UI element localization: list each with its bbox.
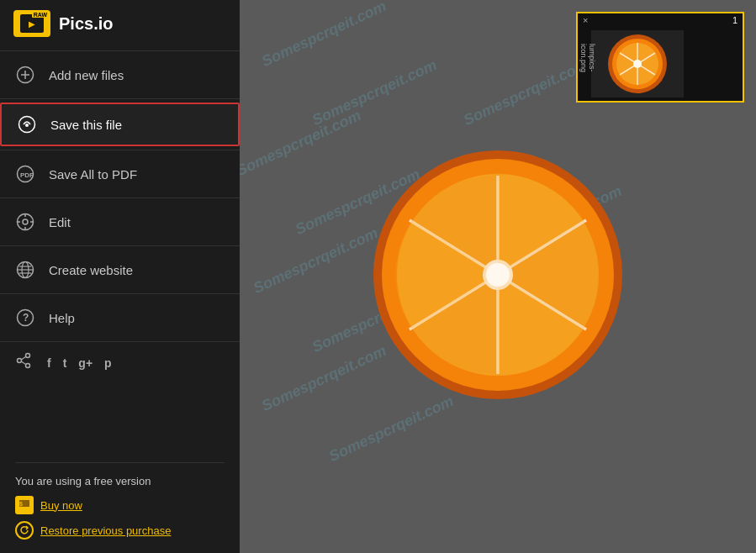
tumblr-icon[interactable]: t <box>63 356 67 370</box>
thumbnail-close-button[interactable]: × <box>583 15 588 25</box>
nav-item-add-new-files[interactable]: Add new files <box>0 55 240 95</box>
thumbnail-panel: × 1 lumpics-icon.png <box>576 12 744 103</box>
svg-line-23 <box>21 356 26 360</box>
thumbnail-svg <box>591 30 684 97</box>
app-layout: RAW Pics.io Add new files <box>0 0 756 553</box>
pdf-icon: PDF <box>15 164 35 184</box>
sidebar: RAW Pics.io Add new files <box>0 0 240 553</box>
facebook-icon[interactable]: f <box>47 356 51 370</box>
thumbnail-count: 1 <box>732 15 737 25</box>
googleplus-icon[interactable]: g+ <box>78 356 93 370</box>
orange-illustration <box>372 149 624 404</box>
nav-label-save-all-pdf: Save All to PDF <box>49 167 137 182</box>
svg-point-8 <box>23 219 28 224</box>
svg-text:?: ? <box>23 312 29 324</box>
nav-item-save-this-file[interactable]: Save this file <box>0 103 240 146</box>
nav-label-save-this-file: Save this file <box>50 118 122 132</box>
nav-item-create-website[interactable]: Create website <box>0 250 240 290</box>
nav-label-add-new-files: Add new files <box>49 68 124 82</box>
pinterest-icon[interactable]: p <box>104 356 112 370</box>
app-name: Pics.io <box>59 14 113 34</box>
plus-circle-icon <box>15 65 35 85</box>
nav-label-edit: Edit <box>49 215 71 229</box>
nav-divider-1 <box>0 98 240 99</box>
globe-icon <box>15 260 35 280</box>
nav-divider-top <box>0 50 240 51</box>
svg-point-38 <box>486 263 510 287</box>
svg-text:$: $ <box>19 501 23 508</box>
nav-divider-5 <box>0 293 240 294</box>
main-content: Somespcrqeit.com Somespcrqeit.com Somesp… <box>240 0 756 553</box>
logo-icon: RAW <box>13 10 50 37</box>
restore-row[interactable]: Restore previous purchase <box>15 521 225 540</box>
nav-divider-2 <box>0 150 240 150</box>
help-icon: ? <box>15 308 35 328</box>
restore-purchase-link[interactable]: Restore previous purchase <box>40 524 171 537</box>
orange-svg <box>372 149 624 401</box>
svg-point-22 <box>18 359 22 363</box>
svg-text:PDF: PDF <box>20 171 34 179</box>
buy-now-link[interactable]: Buy now <box>40 499 82 512</box>
nav-item-help[interactable]: ? Help <box>0 298 240 338</box>
nav-divider-6 <box>0 341 240 342</box>
watermark-9: Somespcrqeit.com <box>461 56 591 129</box>
thumbnail-header: × 1 <box>578 13 743 27</box>
svg-line-24 <box>21 361 26 365</box>
raw-badge: RAW <box>32 12 49 18</box>
nav-item-edit[interactable]: Edit <box>0 202 240 242</box>
watermark-1: Somespcrqeit.com <box>259 0 389 71</box>
watermark-7: Somespcrqeit.com <box>259 342 389 415</box>
free-version-text: You are using a free version <box>15 475 225 487</box>
restore-icon <box>15 521 34 540</box>
nav-divider-4 <box>0 245 240 246</box>
sidebar-footer: You are using a free version $ Buy now <box>0 449 240 553</box>
watermark-2: Somespcrqeit.com <box>309 56 440 129</box>
footer-divider <box>15 462 225 463</box>
thumbnail-filename: lumpics-icon.png <box>579 44 596 99</box>
svg-point-4 <box>25 124 29 127</box>
edit-icon <box>15 212 35 232</box>
save-icon <box>17 114 37 134</box>
thumbnail-body: lumpics-icon.png <box>578 27 743 101</box>
social-row: f t g+ p <box>0 345 240 380</box>
share-icon <box>15 352 32 373</box>
watermark-3: Somespcrqeit.com <box>240 107 364 180</box>
logo-area: RAW Pics.io <box>0 0 240 47</box>
nav-item-save-all-pdf[interactable]: PDF Save All to PDF <box>0 154 240 194</box>
nav-label-help: Help <box>49 311 75 325</box>
nav-divider-3 <box>0 198 240 198</box>
buy-now-row[interactable]: $ Buy now <box>15 496 225 514</box>
buy-now-icon: $ <box>15 496 34 514</box>
nav-label-create-website: Create website <box>49 263 133 277</box>
watermark-5: Somespcrqeit.com <box>251 224 381 298</box>
